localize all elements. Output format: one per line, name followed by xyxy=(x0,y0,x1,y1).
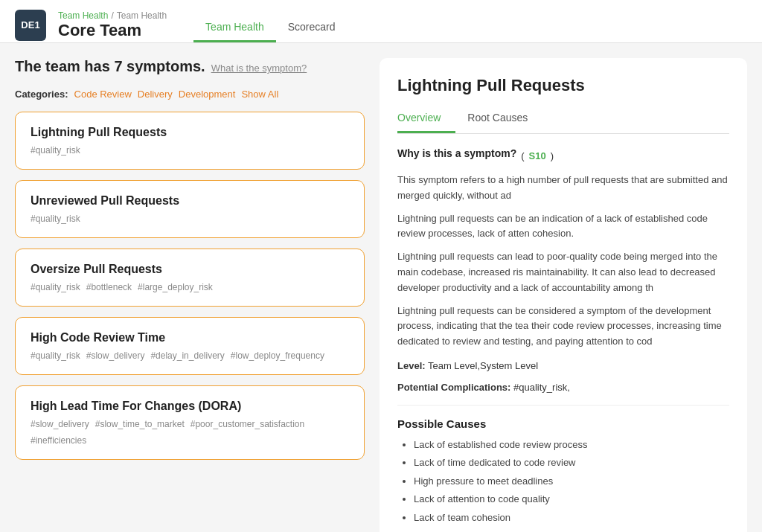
card-unreviewed-pull-requests[interactable]: Unreviewed Pull Requests #quality_risk xyxy=(15,180,365,238)
card-tags: #slow_delivery #slow_time_to_market #poo… xyxy=(31,419,349,446)
header-title-area: Team Health / Team Health Core Team xyxy=(58,10,167,40)
tag: #low_deploy_frequency xyxy=(231,350,324,361)
breadcrumb-link2: Team Health xyxy=(117,10,167,21)
complications-value-text: #quality_risk, xyxy=(513,382,570,393)
why-label: Why is this a symptom? xyxy=(397,147,516,159)
header: DE1 Team Health / Team Health Core Team … xyxy=(0,0,762,43)
tag: #quality_risk xyxy=(31,350,80,361)
tag: #quality_risk xyxy=(31,145,80,156)
tag: #large_deploy_risk xyxy=(138,282,213,292)
category-development[interactable]: Development xyxy=(179,89,236,100)
complications-label: Potential Complications: xyxy=(397,382,510,393)
categories-bar: Categories: Code Review Delivery Develop… xyxy=(15,89,365,100)
tag: #poor_customer_satisfaction xyxy=(190,419,304,429)
card-tags: #quality_risk #bottleneck #large_deploy_… xyxy=(31,282,349,292)
nav-tab-team-health[interactable]: Team Health xyxy=(193,13,276,42)
header-nav: Team Health Scorecard xyxy=(193,13,347,42)
nav-tab-scorecard[interactable]: Scorecard xyxy=(276,13,348,42)
category-code-review[interactable]: Code Review xyxy=(74,89,132,100)
cause-item: Lack of attention to code quality xyxy=(414,492,729,507)
card-tags: #quality_risk #slow_delivery #delay_in_d… xyxy=(31,350,349,361)
card-title: High Lead Time For Changes (DORA) xyxy=(31,400,349,413)
cause-item: Lack of team cohesion xyxy=(414,510,729,525)
cause-item: Lack of clear communication of the code … xyxy=(414,528,729,532)
tag: #quality_risk xyxy=(31,214,80,224)
tag: #slow_delivery xyxy=(86,350,145,361)
right-panel: Lightning Pull Requests Overview Root Ca… xyxy=(380,58,747,532)
why-symptom-line: Why is this a symptom? ( S10 ) xyxy=(397,147,729,164)
level-meta: Level: Team Level,System Level xyxy=(397,360,729,371)
card-title: High Code Review Time xyxy=(31,331,349,344)
symptom-badge: S10 xyxy=(529,150,546,161)
desc-4: Lightning pull requests can be considere… xyxy=(397,304,729,350)
level-value-text: Team Level,System Level xyxy=(428,360,538,371)
section-divider xyxy=(397,405,729,406)
tag: #slow_delivery xyxy=(31,419,89,429)
breadcrumb-link1[interactable]: Team Health xyxy=(58,10,108,21)
left-panel: The team has 7 symptoms. What is the sym… xyxy=(15,58,365,532)
category-show-all[interactable]: Show All xyxy=(241,89,278,100)
cause-item: Lack of time dedicated to code review xyxy=(414,455,729,470)
desc-2: Lightning pull requests can be an indica… xyxy=(397,211,729,243)
card-tags: #quality_risk xyxy=(31,145,349,156)
card-tags: #quality_risk xyxy=(31,214,349,224)
main-content: The team has 7 symptoms. What is the sym… xyxy=(0,43,762,532)
causes-list: Lack of established code review process … xyxy=(397,438,729,532)
tab-overview[interactable]: Overview xyxy=(397,106,455,133)
what-is-symptom[interactable]: What is the symptom? xyxy=(211,63,307,74)
cause-item: High pressure to meet deadlines xyxy=(414,474,729,489)
tag: #inefficiencies xyxy=(31,435,86,446)
right-panel-title: Lightning Pull Requests xyxy=(397,76,729,95)
card-title: Lightning Pull Requests xyxy=(31,126,349,139)
right-tabs: Overview Root Causes xyxy=(397,106,729,134)
card-high-lead-time[interactable]: High Lead Time For Changes (DORA) #slow_… xyxy=(15,385,365,460)
complications-meta: Potential Complications: #quality_risk, xyxy=(397,382,729,393)
desc-1: This symptom refers to a high number of … xyxy=(397,173,729,204)
page-title: Core Team xyxy=(58,21,167,40)
cause-item: Lack of established code review process xyxy=(414,438,729,452)
breadcrumb-separator: / xyxy=(111,10,113,21)
tag: #bottleneck xyxy=(86,282,132,292)
tab-root-causes[interactable]: Root Causes xyxy=(467,106,542,133)
card-lightning-pull-requests[interactable]: Lightning Pull Requests #quality_risk xyxy=(15,112,365,170)
card-title: Unreviewed Pull Requests xyxy=(31,194,349,208)
card-oversize-pull-requests[interactable]: Oversize Pull Requests #quality_risk #bo… xyxy=(15,249,365,307)
card-high-code-review-time[interactable]: High Code Review Time #quality_risk #slo… xyxy=(15,317,365,375)
tag: #delay_in_delivery xyxy=(150,350,224,361)
avatar: DE1 xyxy=(15,10,46,41)
categories-label: Categories: xyxy=(15,89,68,100)
symptoms-count: The team has 7 symptoms. xyxy=(15,58,205,75)
tag: #quality_risk xyxy=(31,282,80,292)
breadcrumb: Team Health / Team Health xyxy=(58,10,167,21)
level-label: Level: xyxy=(397,360,426,371)
desc-3: Lightning pull requests can lead to poor… xyxy=(397,249,729,295)
card-title: Oversize Pull Requests xyxy=(31,263,349,276)
possible-causes-heading: Possible Causes xyxy=(397,417,729,430)
header-top: DE1 Team Health / Team Health Core Team … xyxy=(15,7,747,42)
category-delivery[interactable]: Delivery xyxy=(138,89,173,100)
tag: #slow_time_to_market xyxy=(95,419,185,429)
